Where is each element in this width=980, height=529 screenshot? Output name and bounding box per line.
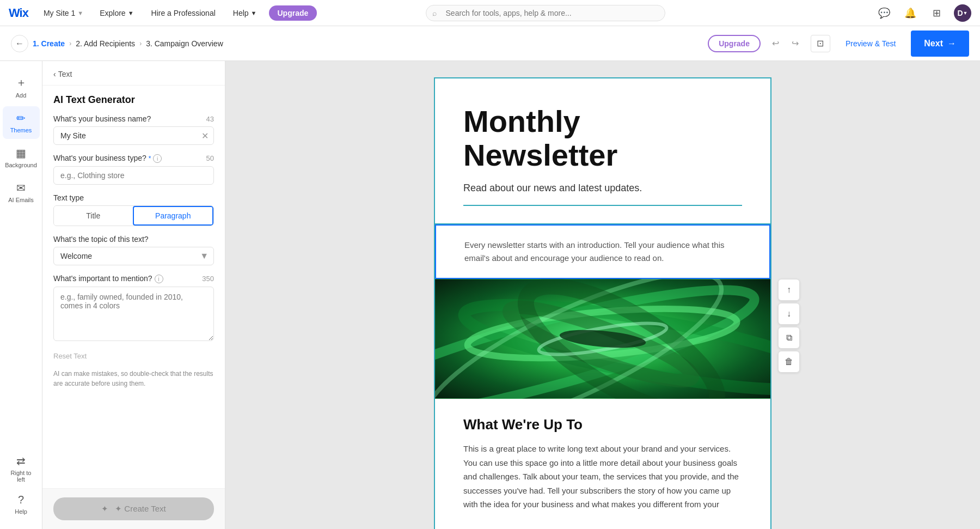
themes-icon: ✏ xyxy=(16,112,26,125)
paragraph-toggle-button[interactable]: Paragraph xyxy=(133,206,214,226)
upgrade-button-top[interactable]: Upgrade xyxy=(269,5,317,21)
breadcrumb-arrow-1: › xyxy=(69,40,71,47)
canvas-area: MonthlyNewsletter Read about our news an… xyxy=(225,61,980,529)
email-intro-block[interactable]: Every newsletter starts with an introduc… xyxy=(435,224,770,279)
important-group: What's important to mention? i 350 xyxy=(53,274,214,343)
messages-icon[interactable]: 💬 xyxy=(875,4,893,22)
sidebar-item-help[interactable]: ? Help xyxy=(3,488,40,520)
duplicate-button[interactable]: ⧉ xyxy=(778,327,800,349)
sidebar-item-ai-emails[interactable]: ✉ AI Emails xyxy=(3,176,40,209)
email-header-block[interactable]: MonthlyNewsletter Read about our news an… xyxy=(435,78,770,224)
back-button[interactable]: ← xyxy=(11,35,28,52)
panel-header: ‹ Text xyxy=(42,61,225,86)
create-text-button[interactable]: ✦ ✦ Create Text xyxy=(53,497,214,520)
business-name-input[interactable] xyxy=(53,126,214,145)
apps-icon[interactable]: ⊞ xyxy=(928,4,945,22)
move-up-icon: ↑ xyxy=(787,285,791,295)
search-input[interactable] xyxy=(426,5,665,21)
topic-label: What's the topic of this text? xyxy=(53,235,214,244)
breadcrumb-step-1[interactable]: 1. Create xyxy=(33,39,65,48)
avatar-chevron-icon: ▼ xyxy=(963,10,968,16)
search-icon: ⌕ xyxy=(432,9,437,17)
site-name-dropdown[interactable]: My Site 1 ▼ xyxy=(39,7,88,20)
background-icon: ▦ xyxy=(16,147,26,160)
help-icon: ? xyxy=(18,494,24,506)
explore-menu[interactable]: Explore ▼ xyxy=(94,7,139,20)
panel-body: What's your business name? 43 ✕ What's y… xyxy=(42,106,225,488)
email-image-block[interactable] xyxy=(435,279,770,399)
business-name-clear-button[interactable]: ✕ xyxy=(201,131,209,141)
email-content-block[interactable]: What We're Up To This is a great place t… xyxy=(435,399,770,529)
email-section-title: What We're Up To xyxy=(463,416,742,433)
sidebar-icons: ＋ Add ✏ Themes ▦ Background ✉ AI Emails … xyxy=(0,61,42,529)
panel-footer: ✦ ✦ Create Text xyxy=(42,488,225,529)
sub-nav-right: Upgrade ↩ ↪ ⊡ Preview & Test Next → xyxy=(708,31,969,57)
avatar[interactable]: D ▼ xyxy=(954,4,971,22)
delete-button[interactable]: 🗑 xyxy=(778,351,800,373)
business-name-label: What's your business name? 43 xyxy=(53,114,214,123)
topic-group: What's the topic of this text? Welcome N… xyxy=(53,235,214,265)
panel-back-arrow-icon: ‹ xyxy=(53,70,56,78)
breadcrumb: 1. Create › 2. Add Recipients › 3. Campa… xyxy=(33,39,223,48)
email-section-body: This is a great place to write long text… xyxy=(463,442,742,512)
required-asterisk: * xyxy=(149,155,151,162)
duplicate-icon: ⧉ xyxy=(786,333,792,343)
email-canvas[interactable]: MonthlyNewsletter Read about our news an… xyxy=(434,77,771,529)
email-subtitle: Read about our news and latest updates. xyxy=(463,183,742,194)
move-up-button[interactable]: ↑ xyxy=(778,279,800,301)
view-mode-button[interactable]: ⊡ xyxy=(811,35,830,52)
reset-text-link[interactable]: Reset Text xyxy=(53,352,214,360)
important-label: What's important to mention? i 350 xyxy=(53,274,214,283)
ai-disclaimer: AI can make mistakes, so double-check th… xyxy=(53,369,214,388)
preview-test-button[interactable]: Preview & Test xyxy=(837,35,904,52)
business-type-info-icon[interactable]: i xyxy=(153,154,162,163)
business-type-label: What's your business type? * i 50 xyxy=(53,154,214,163)
topic-select[interactable]: Welcome Newsletter Promotion Announcemen… xyxy=(53,247,214,265)
floating-actions: ↑ ↓ ⧉ 🗑 xyxy=(778,279,800,373)
move-down-icon: ↓ xyxy=(787,309,791,319)
panel-back-button[interactable]: ‹ Text xyxy=(53,70,72,78)
back-arrow-icon: ← xyxy=(15,39,24,48)
redo-button[interactable]: ↪ xyxy=(787,35,804,52)
help-chevron-icon: ▼ xyxy=(251,10,257,16)
site-name-label: My Site 1 xyxy=(44,9,75,17)
panel-title: AI Text Generator xyxy=(42,86,225,106)
important-info-icon[interactable]: i xyxy=(155,275,163,283)
business-name-input-wrapper: ✕ xyxy=(53,126,214,145)
next-arrow-icon: → xyxy=(947,39,956,48)
sidebar-item-background[interactable]: ▦ Background xyxy=(3,141,40,174)
important-textarea[interactable] xyxy=(53,287,214,341)
breadcrumb-arrow-2: › xyxy=(139,40,142,47)
explore-chevron-icon: ▼ xyxy=(128,10,134,16)
business-name-group: What's your business name? 43 ✕ xyxy=(53,114,214,145)
title-toggle-button[interactable]: Title xyxy=(54,206,133,226)
wix-logo: Wix xyxy=(9,6,28,20)
move-down-button[interactable]: ↓ xyxy=(778,303,800,325)
undo-button[interactable]: ↩ xyxy=(767,35,785,52)
delete-icon: 🗑 xyxy=(785,357,793,367)
create-text-spark-icon: ✦ xyxy=(101,504,108,514)
add-icon: ＋ xyxy=(16,75,27,90)
text-type-label: Text type xyxy=(53,193,214,202)
email-divider xyxy=(463,205,742,206)
next-button[interactable]: Next → xyxy=(911,31,969,57)
sidebar-item-right-to-left[interactable]: ⇄ Right to left xyxy=(3,449,40,488)
undo-redo-group: ↩ ↪ xyxy=(767,35,804,52)
sidebar-bottom-group: ⇄ Right to left ? Help xyxy=(3,449,40,529)
help-menu[interactable]: Help ▼ xyxy=(228,7,262,20)
sidebar-item-add[interactable]: ＋ Add xyxy=(3,70,40,104)
ai-emails-icon: ✉ xyxy=(16,181,26,194)
nav-icons-group: 💬 🔔 ⊞ D ▼ xyxy=(875,4,971,22)
right-to-left-icon: ⇄ xyxy=(16,454,26,467)
site-name-chevron-icon: ▼ xyxy=(77,10,83,16)
sub-navigation: ← 1. Create › 2. Add Recipients › 3. Cam… xyxy=(0,26,980,61)
sidebar-item-themes[interactable]: ✏ Themes xyxy=(3,106,40,139)
notifications-icon[interactable]: 🔔 xyxy=(902,4,919,22)
text-type-group: Text type Title Paragraph xyxy=(53,193,214,226)
topic-select-wrapper: Welcome Newsletter Promotion Announcemen… xyxy=(53,247,214,265)
upgrade-button-sub[interactable]: Upgrade xyxy=(708,35,761,52)
breadcrumb-step-2[interactable]: 2. Add Recipients xyxy=(76,39,135,48)
hire-professional-button[interactable]: Hire a Professional xyxy=(146,7,221,20)
business-type-input[interactable] xyxy=(53,166,214,185)
breadcrumb-step-3[interactable]: 3. Campaign Overview xyxy=(146,39,223,48)
